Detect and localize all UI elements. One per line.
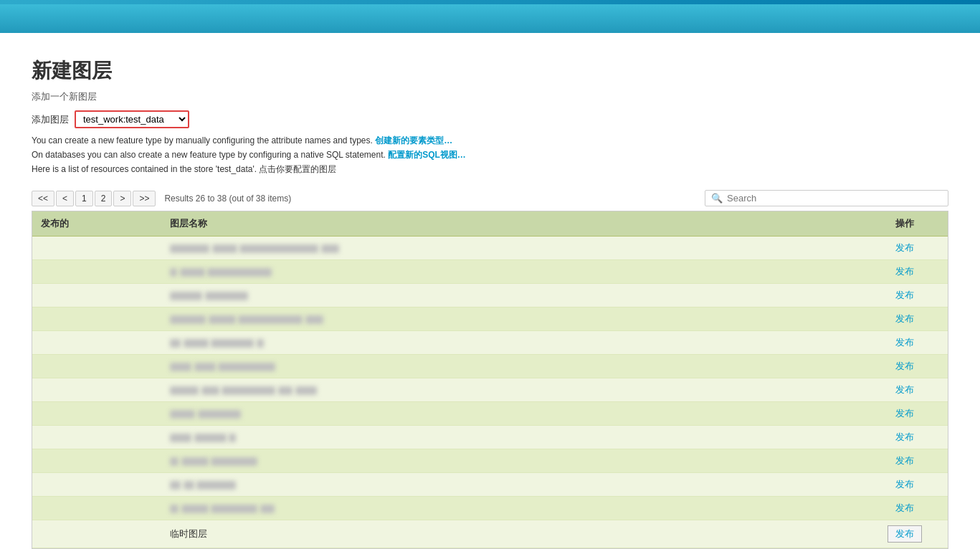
cell-published: [32, 237, 161, 260]
cell-published: [32, 449, 161, 473]
cell-action: 发布: [862, 449, 948, 473]
cell-action: 发布: [862, 520, 948, 548]
search-icon: 🔍: [711, 193, 723, 204]
info-line1: You can create a new feature type by man…: [32, 134, 948, 147]
cell-published: [32, 497, 161, 520]
cell-published: [32, 402, 161, 426]
cell-action: 发布: [862, 260, 948, 284]
info-line3: Here is a list of resources contained in…: [32, 163, 948, 176]
cell-action: 发布: [862, 237, 948, 260]
cell-name: ████████ █████ ████████████████ ████: [161, 237, 862, 260]
publish-link[interactable]: 发布: [895, 455, 914, 466]
page-title: 新建图层: [32, 57, 948, 85]
publish-link[interactable]: 发布: [895, 290, 914, 300]
cell-name: ██ █████ █████████: [161, 449, 862, 473]
table-row: █ █████ █████████████ 发布: [32, 260, 948, 284]
publish-boxed-button[interactable]: 发布: [888, 525, 922, 543]
cell-name: █████ █████████: [161, 402, 862, 426]
table-row: ██ █████ █████████ 发布: [32, 449, 948, 473]
info-line2: On databases you can also create a new f…: [32, 148, 948, 161]
table-row: ██ █████ █████████ ███ 发布: [32, 497, 948, 520]
cell-action: 发布: [862, 331, 948, 355]
table-header-row: 发布的 图层名称 操作: [32, 211, 948, 237]
configure-sql-view-link[interactable]: 配置新的SQL视图…: [388, 150, 466, 160]
add-layer-label: 添加图层: [32, 113, 69, 126]
publish-link[interactable]: 发布: [895, 313, 914, 324]
top-first-page-btn[interactable]: <<: [32, 191, 54, 206]
cell-published: [32, 284, 161, 307]
cell-published: [32, 520, 161, 548]
table-row: ██████ █████████ 发布: [32, 284, 948, 307]
publish-link[interactable]: 发布: [895, 431, 914, 442]
cell-name: ████ ████ ███████████: [161, 355, 862, 378]
publish-link[interactable]: 发布: [895, 361, 914, 371]
col-header-published: 发布的: [32, 211, 161, 237]
search-box: 🔍: [705, 190, 948, 206]
top-page2-btn[interactable]: 2: [95, 191, 113, 206]
cell-action: 发布: [862, 307, 948, 331]
publish-link[interactable]: 发布: [895, 266, 914, 277]
top-results-info: Results 26 to 38 (out of 38 items): [164, 194, 291, 204]
table-row: ██ █████ █████████ █ 发布: [32, 331, 948, 355]
cell-published: [32, 331, 161, 355]
cell-action: 发布: [862, 402, 948, 426]
top-last-page-btn[interactable]: >>: [133, 191, 156, 206]
col-header-name: 图层名称: [161, 211, 862, 237]
cell-action: 发布: [862, 378, 948, 402]
cell-name: ██████ ████ ███████████ ███ ████: [161, 378, 862, 402]
add-layer-row: 添加图层 test_work:test_data: [32, 110, 948, 128]
cell-published: [32, 378, 161, 402]
cell-published: [32, 307, 161, 331]
layer-table: 发布的 图层名称 操作 ████████ █████ █████████████…: [32, 211, 948, 549]
cell-published: [32, 426, 161, 449]
table-row: ██████ ████ ███████████ ███ ████ 发布: [32, 378, 948, 402]
cell-name: ██████ █████████: [161, 284, 862, 307]
cell-action: 发布: [862, 284, 948, 307]
table-row: 临时图层发布: [32, 520, 948, 548]
top-pagination-left: << < 1 2 > >> Results 26 to 38 (out of 3…: [32, 191, 291, 206]
cell-name: ██ █████ █████████ █: [161, 331, 862, 355]
top-prev-page-btn[interactable]: <: [56, 191, 74, 206]
cell-name: 临时图层: [161, 520, 862, 548]
cell-name: ████ ██████ █: [161, 426, 862, 449]
cell-action: 发布: [862, 355, 948, 378]
col-header-action: 操作: [862, 211, 948, 237]
table-row: ████ ██████ █ 发布: [32, 426, 948, 449]
cell-action: 发布: [862, 497, 948, 520]
cell-action: 发布: [862, 473, 948, 497]
publish-link[interactable]: 发布: [895, 502, 914, 513]
add-layer-select[interactable]: test_work:test_data: [75, 110, 189, 128]
top-page1-btn[interactable]: 1: [75, 191, 93, 206]
cell-name: ██ █████ █████████ ███: [161, 497, 862, 520]
publish-link[interactable]: 发布: [895, 384, 914, 395]
cell-name: ██ ██ ████████: [161, 473, 862, 497]
cell-name: █ █████ █████████████: [161, 260, 862, 284]
table-row: ██ ██ ████████ 发布: [32, 473, 948, 497]
table-row: ████████ █████ ████████████████ ████ 发布: [32, 237, 948, 260]
top-pagination-row: << < 1 2 > >> Results 26 to 38 (out of 3…: [32, 186, 948, 211]
cell-published: [32, 260, 161, 284]
table-row: ███████ █████ █████████████ ████ 发布: [32, 307, 948, 331]
publish-link[interactable]: 发布: [895, 479, 914, 490]
cell-name: ███████ █████ █████████████ ████: [161, 307, 862, 331]
cell-published: [32, 355, 161, 378]
cell-action: 发布: [862, 426, 948, 449]
publish-link[interactable]: 发布: [895, 408, 914, 419]
create-feature-type-link[interactable]: 创建新的要素类型…: [375, 135, 452, 145]
header-bar: [0, 4, 980, 33]
publish-link[interactable]: 发布: [895, 337, 914, 348]
table-row: ████ ████ ███████████ 发布: [32, 355, 948, 378]
search-input[interactable]: [727, 193, 942, 204]
subtitle: 添加一个新图层: [32, 90, 948, 103]
top-next-page-btn[interactable]: >: [113, 191, 131, 206]
table-row: █████ █████████ 发布: [32, 402, 948, 426]
cell-published: [32, 473, 161, 497]
publish-link[interactable]: 发布: [895, 242, 914, 253]
